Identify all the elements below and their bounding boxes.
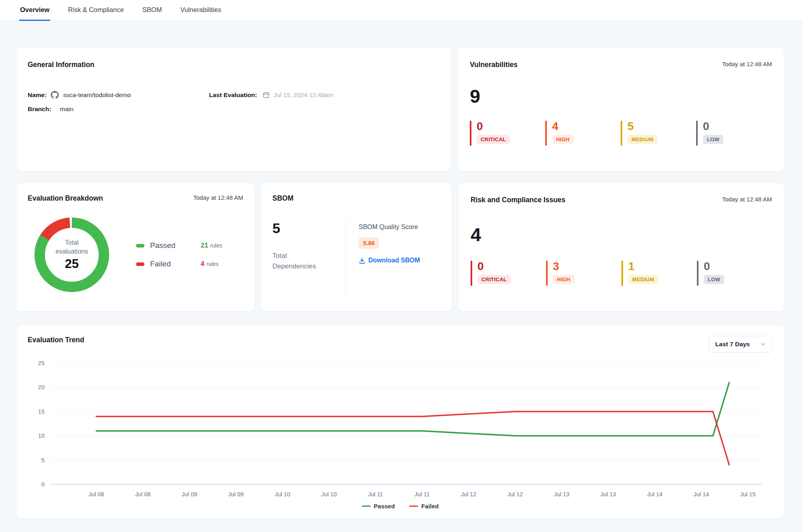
general-information-title: General Information	[28, 61, 440, 69]
evaluations-donut-chart: Total evaluations 25	[30, 213, 114, 296]
failed-count: 4	[201, 260, 204, 268]
tab-risk-compliance[interactable]: Risk & Compliance	[67, 0, 124, 21]
download-sbom-label: Download SBOM	[368, 257, 420, 264]
vuln-medium-badge: MEDIUM	[627, 135, 658, 144]
svg-text:Jul 12: Jul 12	[461, 491, 477, 497]
risk-compliance-total: 4	[471, 225, 772, 244]
donut-center-label: Total evaluations	[50, 238, 94, 256]
evaluation-trend-title: Evaluation Trend	[28, 336, 84, 344]
tab-risk-compliance-label: Risk & Compliance	[68, 6, 124, 14]
risk-severity-low: 0 LOW	[697, 261, 759, 286]
github-icon	[51, 91, 59, 99]
svg-text:Jul 11: Jul 11	[414, 491, 430, 497]
vuln-severity-low: 0 LOW	[696, 121, 759, 146]
tab-sbom-label: SBOM	[142, 6, 162, 14]
svg-text:Jul 09: Jul 09	[228, 491, 244, 497]
calendar-icon	[263, 91, 270, 98]
tab-bar: Overview Risk & Compliance SBOM Vulnerab…	[0, 0, 802, 21]
repo-name-value: ssca-team/todolist-demo	[63, 91, 131, 99]
risk-severity-high: 3 HIGH	[546, 261, 609, 286]
vuln-severity-high: 4 HIGH	[545, 121, 608, 146]
svg-text:Jul 10: Jul 10	[321, 491, 337, 497]
risk-compliance-title: Risk and Compliance Issues	[471, 196, 565, 204]
vuln-critical-badge: CRITICAL	[477, 135, 510, 144]
svg-text:25: 25	[38, 360, 45, 366]
svg-text:Jul 12: Jul 12	[508, 491, 523, 497]
vuln-severity-medium: 5 MEDIUM	[621, 121, 683, 146]
branch-label: Branch:	[28, 106, 51, 113]
donut-center-value: 25	[65, 257, 79, 271]
vuln-low-badge: LOW	[703, 135, 723, 144]
svg-text:10: 10	[38, 433, 45, 439]
risk-low-count: 0	[704, 261, 759, 272]
svg-text:Jul 13: Jul 13	[601, 491, 616, 497]
sbom-quality-score-label: SBOM Quality Score	[359, 223, 420, 231]
page-body: General Information Name: ssca-team/todo…	[0, 21, 802, 525]
tab-sbom[interactable]: SBOM	[142, 0, 163, 21]
vulnerabilities-total: 9	[470, 87, 772, 106]
svg-text:15: 15	[38, 408, 45, 415]
tab-overview-label: Overview	[20, 6, 49, 14]
tab-vulnerabilities-label: Vulnerabilities	[180, 6, 221, 14]
svg-text:Jul 11: Jul 11	[368, 491, 383, 497]
date-range-dropdown[interactable]: Last 7 Days	[709, 336, 773, 353]
vuln-medium-count: 5	[627, 121, 683, 132]
risk-severity-critical: 0 CRITICAL	[471, 261, 533, 286]
passed-line-icon	[362, 506, 371, 507]
svg-text:Jul 14: Jul 14	[694, 491, 709, 497]
sbom-total-dependencies-label: Total Dependencies	[272, 251, 321, 271]
risk-critical-badge: CRITICAL	[477, 275, 511, 284]
repo-name-field: Name: ssca-team/todolist-demo	[28, 91, 209, 99]
risk-critical-count: 0	[477, 261, 533, 272]
svg-text:Jul 10: Jul 10	[275, 491, 290, 497]
last-evaluation-value: Jul 15, 2024 12:48am	[274, 91, 333, 99]
evaluation-breakdown-card: Evaluation Breakdown Today at 12:48 AM T…	[16, 183, 255, 312]
download-icon	[359, 257, 365, 264]
risk-compliance-card: Risk and Compliance Issues Today at 12:4…	[458, 183, 784, 312]
failed-label: Failed	[150, 260, 190, 268]
risk-low-badge: LOW	[704, 275, 724, 284]
passed-unit: rules	[210, 242, 222, 249]
trend-svg: 0510152025Jul 08Jul 08Jul 09Jul 09Jul 10…	[28, 358, 768, 500]
sbom-total-dependencies-value: 5	[272, 220, 345, 236]
chevron-down-icon	[760, 341, 766, 347]
tab-overview[interactable]: Overview	[19, 0, 50, 21]
evaluation-breakdown-title: Evaluation Breakdown	[28, 194, 103, 203]
failed-line-icon	[409, 506, 418, 507]
svg-text:Jul 08: Jul 08	[89, 491, 104, 497]
passed-label: Passed	[150, 241, 190, 250]
legend-row-passed: Passed 21 rules	[136, 241, 222, 250]
download-sbom-link[interactable]: Download SBOM	[359, 257, 420, 264]
failed-pill-icon	[136, 262, 144, 266]
svg-text:Jul 14: Jul 14	[647, 491, 663, 497]
risk-severity-medium: 1 MEDIUM	[621, 261, 684, 286]
svg-text:0: 0	[41, 481, 45, 487]
risk-medium-count: 1	[628, 261, 684, 272]
vulnerabilities-timestamp: Today at 12:48 AM	[722, 61, 772, 67]
general-information-card: General Information Name: ssca-team/todo…	[16, 47, 451, 172]
svg-text:20: 20	[38, 384, 45, 390]
risk-high-count: 3	[553, 261, 609, 272]
branch-value: main	[60, 106, 74, 113]
legend-row-failed: Failed 4 rules	[136, 260, 222, 268]
passed-pill-icon	[136, 244, 144, 248]
vuln-severity-critical: 0 CRITICAL	[470, 121, 532, 146]
svg-text:Jul 09: Jul 09	[182, 491, 197, 497]
name-label: Name:	[28, 91, 47, 99]
vulnerabilities-title: Vulnerabilities	[470, 61, 518, 69]
vuln-critical-count: 0	[477, 121, 532, 132]
date-range-value: Last 7 Days	[715, 341, 750, 348]
sbom-quality-score-value: 5.86	[359, 237, 379, 249]
tab-vulnerabilities[interactable]: Vulnerabilities	[179, 0, 222, 21]
svg-text:Jul 15: Jul 15	[740, 491, 756, 497]
svg-text:Jul 08: Jul 08	[135, 491, 151, 497]
vulnerabilities-card: Vulnerabilities Today at 12:48 AM 9 0 CR…	[457, 47, 784, 172]
evaluation-trend-card: Evaluation Trend Last 7 Days 0510152025J…	[16, 325, 784, 519]
svg-text:5: 5	[41, 457, 45, 463]
trend-legend: Passed Failed	[28, 503, 773, 512]
sbom-card: SBOM 5 Total Dependencies SBOM Quality S…	[261, 183, 452, 312]
sbom-title: SBOM	[272, 194, 441, 203]
risk-medium-badge: MEDIUM	[628, 275, 658, 284]
vuln-high-count: 4	[552, 121, 608, 132]
evaluation-trend-chart: 0510152025Jul 08Jul 08Jul 09Jul 09Jul 10…	[28, 358, 773, 501]
